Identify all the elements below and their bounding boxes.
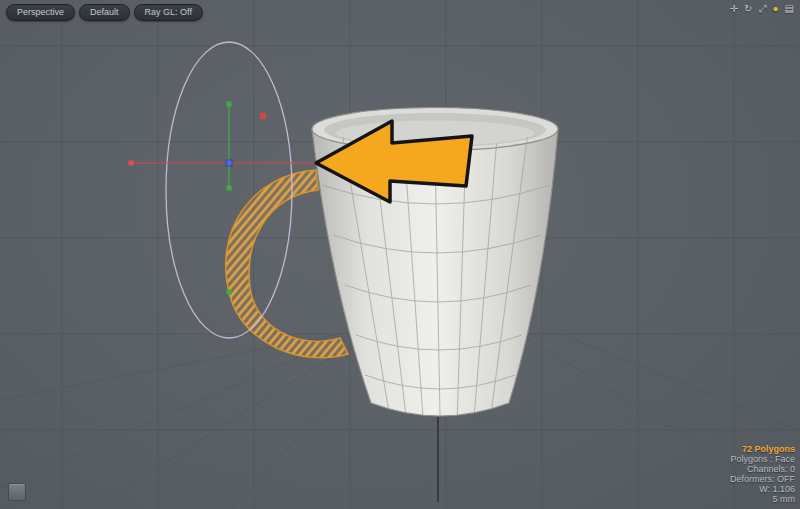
viewport-status-info: 72 Polygons Polygons : Face Channels: 0 … [730, 444, 795, 504]
raygl-toggle-button[interactable]: Ray GL: Off [134, 4, 203, 21]
pan-icon[interactable]: ✛ [730, 3, 738, 15]
gizmo-y-handle-top[interactable] [227, 102, 232, 107]
status-line-channels: Channels: 0 [730, 464, 795, 474]
orbit-icon[interactable]: ↻ [744, 3, 752, 15]
shading-default-button[interactable]: Default [79, 4, 130, 21]
status-line-scale: W: 1.106 [730, 484, 795, 494]
gizmo-z-dot[interactable] [260, 113, 267, 120]
viewport-controls: Perspective Default Ray GL: Off [6, 4, 203, 21]
gizmo-y-handle-bottom[interactable] [227, 290, 232, 295]
zoom-icon[interactable]: ⤢ [759, 3, 767, 15]
gizmo-y-handle-mid[interactable] [227, 186, 232, 191]
status-line-polygons: Polygons : Face [730, 454, 795, 464]
perspective-button[interactable]: Perspective [6, 4, 75, 21]
gizmo-x-handle-left[interactable] [129, 161, 134, 166]
scene-canvas[interactable] [0, 0, 800, 509]
status-line-units: 5 mm [730, 494, 795, 504]
gl-toggle-icon[interactable]: ● [773, 3, 779, 15]
viewport-nav-icons: ✛ ↻ ⤢ ● ▤ [730, 3, 794, 15]
3d-viewport[interactable]: Perspective Default Ray GL: Off ✛ ↻ ⤢ ● … [0, 0, 800, 509]
selection-count: 72 Polygons [730, 444, 795, 454]
viewport-menu-icon[interactable]: ▤ [785, 3, 794, 15]
workplane-corner-widget[interactable] [8, 483, 26, 501]
gizmo-center-handle[interactable] [226, 160, 232, 166]
status-line-deformers: Deformers: OFF [730, 474, 795, 484]
